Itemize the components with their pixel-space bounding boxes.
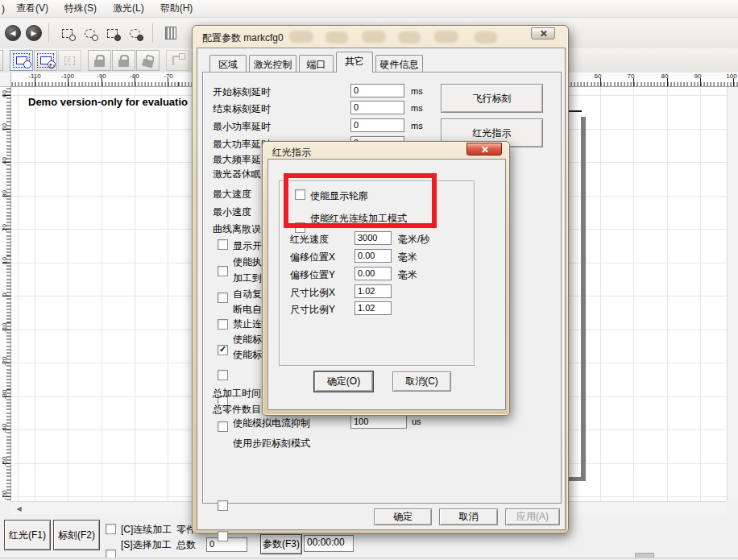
clipped-button[interactable]	[0, 50, 3, 71]
param-f3-button[interactable]: 参数(F3)	[260, 534, 302, 554]
h-ruler-label: 70	[628, 73, 635, 80]
h-ruler-label: -80	[130, 73, 139, 80]
node-join-icon[interactable]	[101, 22, 123, 44]
v-ruler-label: 50	[1, 121, 8, 134]
mark-f2-button[interactable]: 标刻(F2)	[53, 520, 100, 550]
scroll-left-arrow-icon[interactable]: ◀	[13, 504, 25, 514]
menu-item-fragment[interactable]: )	[0, 1, 8, 17]
total-parts-label: 总零件数目	[213, 403, 261, 417]
lock-y-button[interactable]	[112, 50, 135, 71]
select-tool-button[interactable]	[10, 50, 33, 71]
menu-bar: ) 查看(V) 特殊(S) 激光(L) 帮助(H)	[0, 0, 738, 18]
redlight-ok-button[interactable]: 确定(O)	[314, 371, 373, 392]
menu-item-help[interactable]: 帮助(H)	[152, 0, 201, 18]
h-ruler-label: 100	[726, 73, 736, 80]
close-icon	[540, 30, 547, 37]
step-mark-checkbox[interactable]	[218, 531, 228, 541]
tab-port[interactable]: 端口	[299, 55, 334, 72]
scale-y-input[interactable]: 1.02	[354, 301, 392, 315]
checkbox-label: 使能标	[233, 348, 262, 362]
h-ruler-label: 90	[694, 73, 702, 80]
power-off-auto-checkbox[interactable]	[218, 345, 228, 355]
redlight-speed-input[interactable]: 3000	[354, 231, 392, 245]
menu-item-view[interactable]: 查看(V)	[8, 0, 56, 18]
h-ruler-label: -110	[28, 73, 40, 80]
checkbox-label: 使用步距标刻模式	[233, 437, 310, 450]
glass-reflection	[434, 31, 458, 43]
back-button[interactable]: ◀	[5, 25, 21, 41]
offset-y-input[interactable]: 0.00	[354, 267, 392, 280]
total-time-label: 总加工时间	[213, 387, 261, 400]
total-label: 总数	[176, 538, 196, 552]
v-ruler-label: 10	[1, 255, 8, 268]
enable-mark2-checkbox[interactable]	[218, 421, 228, 432]
field-label: 结束标刻延时	[213, 102, 271, 116]
array-tool-button[interactable]: x	[58, 50, 81, 71]
checkbox-label: 显示开	[233, 239, 262, 253]
checkbox-label: 禁止连	[233, 317, 262, 331]
v-ruler-label: 20	[1, 222, 8, 234]
v-ruler-label: -20	[1, 355, 8, 368]
glass-reflection	[325, 31, 348, 44]
auto-reset-checkbox[interactable]	[218, 319, 228, 330]
config-ok-button[interactable]: 确定	[374, 508, 432, 525]
min-power-delay-input[interactable]: 0	[350, 118, 404, 132]
node-break-icon[interactable]	[123, 22, 146, 44]
glass-reflection	[398, 31, 421, 44]
redlight-f1-button[interactable]: 红光(F1)	[4, 520, 51, 550]
object-outline-bottom[interactable]	[567, 477, 586, 481]
redlight-dialog-close-button[interactable]	[466, 143, 502, 156]
tab-area[interactable]: 区域	[209, 55, 247, 72]
config-cancel-button[interactable]: 取消	[439, 508, 498, 525]
node-add-icon[interactable]	[78, 22, 101, 44]
tab-laser-control[interactable]: 激光控制	[249, 55, 296, 72]
v-ruler-label: -40	[1, 422, 8, 435]
field-label: 开始标刻延时	[213, 85, 271, 99]
hatch-icon[interactable]	[160, 22, 182, 44]
config-apply-button[interactable]: 应用(A)	[505, 508, 560, 525]
config-dialog-close-button[interactable]	[531, 27, 555, 39]
glass-reflection	[289, 31, 313, 43]
menu-item-special[interactable]: 特殊(S)	[56, 0, 105, 18]
app-window: ) 查看(V) 特殊(S) 激光(L) 帮助(H) ◀ ▶ ↻ x -110 -…	[0, 0, 738, 560]
h-ruler-label: -90	[97, 73, 106, 80]
sim-current-input[interactable]: 100	[350, 415, 407, 429]
enable-exec-checkbox[interactable]	[218, 266, 228, 276]
menu-item-laser[interactable]: 激光(L)	[105, 0, 152, 18]
h-ruler-label: -70	[164, 73, 173, 80]
select-mode-label: [S]选择加工	[121, 538, 172, 552]
forbid-continuous-checkbox[interactable]	[218, 370, 228, 380]
lock-tilt-button[interactable]	[136, 50, 160, 71]
process-to-checkbox[interactable]	[218, 292, 228, 303]
rotate-tool-button[interactable]: ↻	[34, 50, 57, 71]
field-label: 最大频率延	[213, 153, 261, 167]
glass-reflection	[475, 31, 497, 44]
forward-button[interactable]: ▶	[26, 25, 42, 41]
toolbar-separator	[152, 23, 153, 43]
vertical-scrollbar[interactable]	[727, 87, 738, 501]
v-ruler-label: -50	[1, 455, 8, 468]
redlight-dialog-body: 使能显示轮廓 使能红光连续加工模式 红光速度 3000 毫米/秒 偏移位置X 0…	[267, 159, 506, 410]
end-delay-input[interactable]: 0	[350, 101, 404, 114]
object-outline-right[interactable]	[581, 117, 586, 481]
unit-label: us	[412, 417, 421, 426]
checkbox-label: 加工到	[233, 272, 262, 285]
redlight-cancel-button[interactable]: 取消(C)	[392, 371, 451, 392]
start-delay-input[interactable]: 0	[350, 84, 404, 97]
node-edit-icon[interactable]	[56, 22, 78, 44]
offset-x-input[interactable]: 0.00	[354, 249, 392, 263]
tab-other-active[interactable]: 其它	[336, 52, 373, 73]
checkbox-label: 使能模拟电流抑制	[233, 417, 310, 430]
show-start-checkbox[interactable]	[218, 239, 228, 250]
tab-hardware-info[interactable]: 硬件信息	[375, 55, 423, 72]
demo-watermark: Demo version-only for evaluatio	[28, 96, 188, 108]
glass-reflection	[362, 31, 386, 43]
v-ruler-label: -30	[1, 388, 8, 401]
fly-mark-button[interactable]: 飞行标刻	[441, 84, 543, 113]
h-ruler-label: 80	[661, 73, 669, 80]
lock-x-button[interactable]	[88, 50, 111, 71]
scale-x-input[interactable]: 1.02	[354, 284, 392, 298]
sim-current-checkbox[interactable]	[218, 500, 228, 511]
continuous-mode-checkbox[interactable]	[106, 524, 116, 534]
snap-corner-button[interactable]	[166, 50, 189, 71]
